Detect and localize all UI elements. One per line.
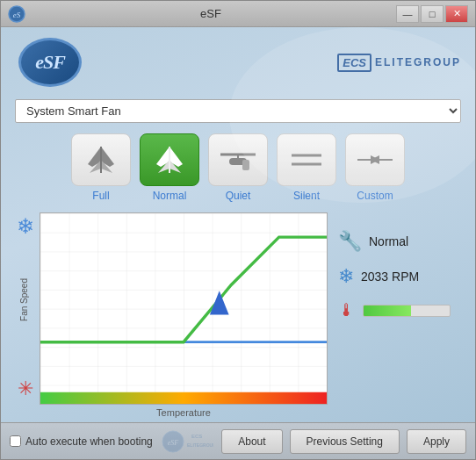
mode-silent[interactable]: Silent — [277, 133, 336, 202]
close-button[interactable]: ✕ — [445, 5, 468, 23]
thermometer-icon: 🌡 — [338, 300, 356, 320]
svg-rect-21 — [40, 392, 327, 405]
fan-icon: ❄ — [338, 265, 354, 288]
title-bar: eS eSF — □ ✕ — [1, 1, 475, 27]
normal-icon — [140, 133, 199, 186]
auto-execute-label[interactable]: Auto execute when booting — [10, 435, 153, 448]
about-button[interactable]: About — [221, 429, 282, 454]
chart-svg — [40, 212, 328, 405]
window-title: eSF — [25, 7, 396, 20]
info-temp-row: 🌡 — [338, 300, 461, 320]
fan-select[interactable]: System Smart Fan CPU Smart Fan — [15, 99, 461, 123]
dropdown-row: System Smart Fan CPU Smart Fan — [15, 99, 461, 123]
chart-y-label: Fan Speed — [19, 278, 29, 321]
elitegroup-label: ELITEGROUP — [375, 56, 461, 68]
info-mode-text: Normal — [369, 234, 408, 248]
custom-icon — [345, 133, 405, 186]
apply-button[interactable]: Apply — [407, 429, 466, 454]
content-area: eSF ECS ELITEGROUP System Smart Fan CPU … — [1, 27, 475, 422]
temp-progress-fill — [364, 305, 411, 316]
svg-rect-11 — [242, 160, 249, 170]
info-rpm-row: ❄ 2033 RPM — [338, 265, 461, 288]
maximize-button[interactable]: □ — [421, 5, 444, 23]
snowflake-bottom-icon: ✳ — [18, 377, 33, 400]
full-label: Full — [92, 190, 109, 202]
custom-label: Custom — [357, 190, 393, 202]
quiet-label: Quiet — [226, 190, 251, 202]
chart-x-label: Temperature — [40, 407, 328, 418]
chart-section: ❄ ✳ — [15, 212, 328, 418]
esf-logo-circle: eSF — [18, 38, 82, 87]
brand-area: ECS ELITEGROUP — [337, 54, 461, 72]
info-panel: 🔧 Normal ❄ 2033 RPM 🌡 — [338, 212, 461, 421]
mode-normal[interactable]: Normal — [140, 133, 199, 202]
esf-logo-text: eSF — [35, 51, 65, 74]
main-panel: ❄ ✳ — [15, 212, 461, 421]
window-controls: — □ ✕ — [396, 5, 468, 23]
info-rpm-text: 2033 RPM — [361, 270, 419, 284]
info-mode-row: 🔧 Normal — [338, 230, 461, 253]
svg-text:eS: eS — [13, 11, 21, 19]
chart-inner — [40, 212, 328, 405]
auto-execute-text: Auto execute when booting — [25, 435, 153, 448]
app-icon: eS — [8, 5, 25, 23]
mode-quiet[interactable]: Quiet — [208, 133, 268, 202]
mode-custom[interactable]: Custom — [345, 133, 405, 202]
svg-rect-18 — [40, 213, 327, 404]
silent-icon — [277, 133, 336, 186]
ecs-logo: ECS — [337, 54, 371, 72]
temp-progress-bar — [363, 305, 451, 317]
silent-label: Silent — [293, 190, 320, 202]
watermark: eSF ECS ELITEGROUP — [160, 429, 214, 454]
auto-execute-checkbox[interactable] — [10, 435, 21, 447]
svg-text:eSF: eSF — [168, 439, 179, 447]
svg-text:ECS: ECS — [191, 434, 202, 439]
header-row: eSF ECS ELITEGROUP — [15, 36, 461, 89]
wrench-icon: 🔧 — [338, 230, 362, 253]
minimize-button[interactable]: — — [396, 5, 419, 23]
quiet-icon — [208, 133, 268, 186]
bottom-bar: Auto execute when booting eSF ECS ELITEG… — [1, 422, 475, 459]
main-window: eS eSF — □ ✕ eSF ECS ELITEGROUP — [0, 0, 476, 460]
esf-logo: eSF — [15, 36, 85, 89]
mode-full[interactable]: Full — [71, 133, 131, 202]
normal-label: Normal — [153, 190, 187, 202]
previous-setting-button[interactable]: Previous Setting — [290, 429, 400, 454]
svg-text:ELITEGROUP: ELITEGROUP — [187, 442, 213, 448]
mode-buttons: Full Normal — [15, 133, 461, 202]
chart-container: Temperature — [40, 212, 328, 418]
brand-row: ECS ELITEGROUP — [337, 54, 461, 72]
snowflake-top-icon: ❄ — [17, 214, 34, 239]
full-icon — [71, 133, 131, 186]
